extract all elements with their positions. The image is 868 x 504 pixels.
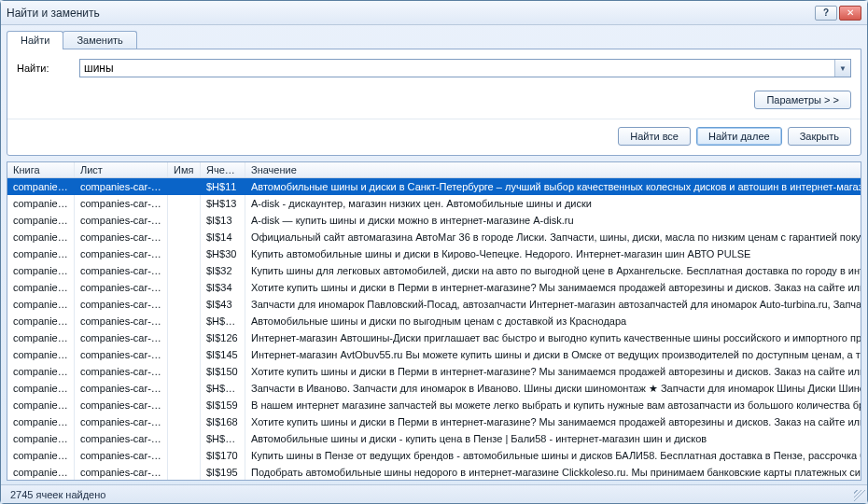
table-row[interactable]: companies...companies-car-shop$I$150Хоти… bbox=[7, 363, 861, 380]
close-button[interactable]: Закрыть bbox=[788, 127, 851, 146]
find-input[interactable] bbox=[80, 60, 834, 77]
col-book[interactable]: Книга bbox=[7, 162, 75, 177]
table-row[interactable]: companies...companies-car-shop$H$170Авто… bbox=[7, 430, 861, 447]
statusbar: 2745 ячеек найдено bbox=[1, 484, 867, 503]
tab-replace[interactable]: Заменить bbox=[63, 31, 136, 49]
window-title: Найти и заменить bbox=[7, 7, 815, 20]
status-text: 2745 ячеек найдено bbox=[10, 489, 105, 500]
find-label: Найти: bbox=[17, 63, 68, 74]
tab-find[interactable]: Найти bbox=[7, 31, 63, 49]
grid-header: Книга Лист Имя Ячейка Значение bbox=[7, 162, 861, 178]
find-input-wrap: ▼ bbox=[79, 59, 851, 77]
find-dropdown-icon[interactable]: ▼ bbox=[834, 60, 850, 77]
col-name[interactable]: Имя bbox=[168, 162, 201, 177]
table-row[interactable]: companies...companies-car-shop$I$126Инте… bbox=[7, 329, 861, 346]
col-cell[interactable]: Ячейка bbox=[201, 162, 245, 177]
params-button[interactable]: Параметры > > bbox=[754, 91, 851, 109]
table-row[interactable]: companies...companies-car-shop$I$159В на… bbox=[7, 397, 861, 413]
table-row[interactable]: companies...companies-car-shop$I$43Запча… bbox=[7, 296, 861, 313]
table-row[interactable]: companies...companies-car-shop$I$195Подо… bbox=[7, 464, 861, 480]
results-grid: Книга Лист Имя Ячейка Значение companies… bbox=[7, 161, 861, 481]
table-row[interactable]: companies...companies-car-shop$I$145Инте… bbox=[7, 346, 861, 363]
find-all-button[interactable]: Найти все bbox=[618, 127, 691, 146]
table-row[interactable]: companies...companies-car-shop$H$126Авто… bbox=[7, 313, 861, 329]
table-row[interactable]: companies...companies-car-shop$I$14Офици… bbox=[7, 229, 861, 245]
table-row[interactable]: companies...companies-car-shop$I$13A-dis… bbox=[7, 212, 861, 229]
grid-body[interactable]: companies...companies-car-shop$H$11Автом… bbox=[7, 178, 861, 480]
col-sheet[interactable]: Лист bbox=[75, 162, 168, 177]
tabs: Найти Заменить bbox=[1, 25, 867, 49]
table-row[interactable]: companies...companies-car-shop$H$30Купит… bbox=[7, 245, 861, 262]
table-row[interactable]: companies...companies-car-shop$I$32Купит… bbox=[7, 262, 861, 279]
help-icon[interactable]: ? bbox=[815, 6, 837, 21]
col-value[interactable]: Значение bbox=[245, 162, 861, 177]
table-row[interactable]: companies...companies-car-shop$H$159Запч… bbox=[7, 380, 861, 397]
find-next-button[interactable]: Найти далее bbox=[696, 127, 782, 146]
dialog-window: Найти и заменить ? ✕ Найти Заменить Найт… bbox=[0, 0, 868, 504]
table-row[interactable]: companies...companies-car-shop$H$13A-dis… bbox=[7, 195, 861, 212]
table-row[interactable]: companies...companies-car-shop$I$34Хотит… bbox=[7, 279, 861, 296]
table-row[interactable]: companies...companies-car-shop$I$170Купи… bbox=[7, 447, 861, 464]
table-row[interactable]: companies...companies-car-shop$H$11Автом… bbox=[7, 178, 861, 195]
table-row[interactable]: companies...companies-car-shop$I$168Хоти… bbox=[7, 413, 861, 430]
search-panel: Найти: ▼ Параметры > > Найти все Найти д… bbox=[7, 49, 861, 156]
resize-grip[interactable] bbox=[854, 490, 865, 501]
close-icon[interactable]: ✕ bbox=[839, 6, 861, 21]
titlebar: Найти и заменить ? ✕ bbox=[1, 1, 867, 25]
